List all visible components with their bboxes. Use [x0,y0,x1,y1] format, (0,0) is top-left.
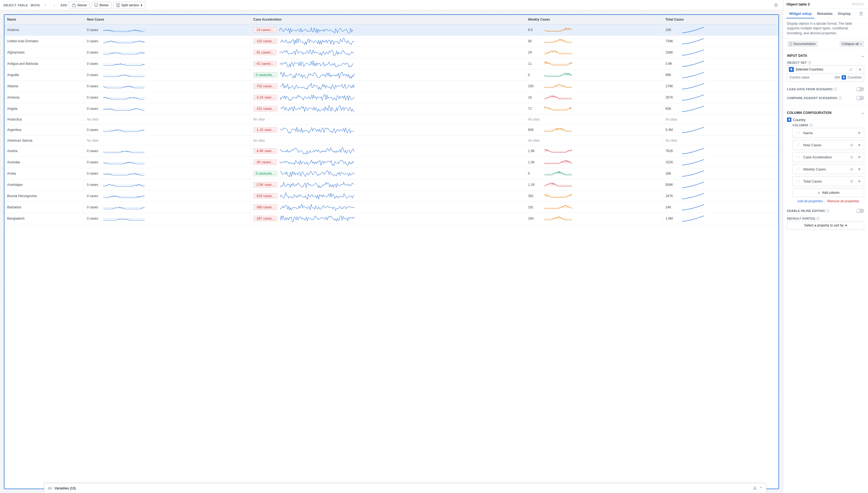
table-row[interactable]: Anguilla0 cases0 cases/da…0696 [4,69,779,81]
inline-editing-toggle[interactable] [856,209,864,213]
column-settings-button[interactable] [848,154,854,160]
sparkline-total [682,37,704,45]
table-row[interactable]: Andorra0 cases-24 cases/…6.515K [4,24,779,36]
sparkline-new-cases [103,48,144,56]
cell-total-cases: 739K [663,36,778,47]
acceleration-pill: -3.1K case… [253,95,277,100]
column-config-item[interactable]: ⋮⋮Case Acceleration✕ [792,152,864,162]
cell-new-cases: 0 cases [84,179,250,191]
help-icon[interactable]: ? [808,61,811,64]
table-row[interactable]: Bangladesh0 cases-267 cases…1841.6M [4,213,779,224]
remove-column-button[interactable]: ✕ [856,178,862,184]
sparkline-weekly [544,147,572,155]
remove-all-properties-link[interactable]: Remove all properties [827,199,859,203]
table-row[interactable]: Bosnia Herzegovina0 cases-819 cases…3822… [4,191,779,202]
acceleration-pill: -1.1K case… [253,127,277,133]
drag-handle-icon[interactable]: ⋮⋮ [794,155,802,159]
add-above-button[interactable]: Above [69,2,89,9]
move-up-button[interactable]: ↑ [42,2,49,9]
column-config-heading[interactable]: COLUMN CONFIGURATION ⌄ [787,109,864,116]
table-row[interactable]: Australia0 cases-3K cases/…1.3K152K [4,157,779,168]
cell-name: Antigua and Barbuda [4,58,84,69]
table-row[interactable]: American SamoaNo dataNo dataNo dataNo da… [4,135,779,146]
remove-column-button[interactable]: ✕ [856,154,862,160]
delete-widget-button[interactable] [772,2,780,9]
section-column-configuration: COLUMN CONFIGURATION ⌄ Country COLUMNS ?… [783,107,868,231]
help-icon[interactable]: ? [834,88,837,91]
table-row[interactable]: Angola0 cases-101 cases…7263K [4,103,779,114]
variables-panel[interactable]: (x) Variables (13) ⌃ [44,483,766,493]
cell-case-acceleration: -3.1K case… [250,92,525,103]
help-icon[interactable]: ? [817,217,820,220]
help-icon[interactable]: ? [826,209,829,212]
load-scenario-toggle[interactable] [856,87,864,91]
tab-widget-setup[interactable]: Widget setup [786,9,814,18]
table-row[interactable]: United Arab Emirates0 cases-102 cases…56… [4,36,779,47]
column-settings-button[interactable] [848,166,854,172]
drag-handle-icon[interactable]: ⋮⋮ [794,131,802,135]
cell-name: Barbados [4,202,84,213]
cell-name: Argentina [4,124,84,135]
compare-scenarios-toggle[interactable] [856,96,864,100]
tab-metadata[interactable]: Metadata [814,9,835,18]
sparkline-acceleration [280,170,354,177]
chevron-up-icon[interactable]: ⌃ [760,487,762,490]
sparkline-weekly [544,48,572,56]
canvas: Name New Cases Case Acceleration Weekly … [0,10,783,493]
table-row[interactable]: Barbados0 cases-380 cases…19114K [4,202,779,213]
th-case-acceleration[interactable]: Case Acceleration [250,15,525,24]
documentation-link[interactable]: Documentation [787,41,818,47]
column-settings-button[interactable] [848,142,854,148]
column-config-item[interactable]: ⋮⋮New Cases✕ [792,140,864,150]
object-set-input[interactable]: Selected Countries ✕ [787,65,864,73]
remove-column-button[interactable]: ✕ [856,166,862,172]
add-all-properties-link[interactable]: Add all properties [798,199,823,203]
table-row[interactable]: Armenia0 cases-3.1K case…1K287K [4,92,779,103]
column-config-item[interactable]: ⋮⋮Total Cases✕ [792,176,864,186]
branch-icon[interactable] [753,487,757,490]
drag-handle-icon[interactable]: ⋮⋮ [794,167,802,171]
move-down-button[interactable]: ↓ [50,2,58,9]
table-row[interactable]: Antigua and Barbuda0 cases-42 cases/…113… [4,58,779,69]
input-data-heading[interactable]: INPUT DATA ⌄ [787,52,864,59]
th-weekly-cases[interactable]: Weekly Cases [525,15,663,24]
collapse-all-button[interactable]: Collapse all ⤡ [840,41,864,47]
table-row[interactable]: Austria0 cases-4.9K case…1.9K782K [4,146,779,157]
table-row[interactable]: Aruba0 cases0 cases/da…016K [4,168,779,179]
widget-type-label: WIDGET [852,3,865,6]
cell-total-cases: No data [663,114,778,124]
object-table-widget[interactable]: Name New Cases Case Acceleration Weekly … [4,14,779,489]
column-settings-button[interactable] [848,178,854,184]
column-item-label: Weekly Cases [803,167,826,171]
table-row[interactable]: Afghanistan0 cases-91 cases/…29156K [4,47,779,58]
add-column-button[interactable]: ＋ Add column [792,188,864,197]
table-row[interactable]: Albania0 cases-702 cases…330179K [4,81,779,92]
clear-object-set-button[interactable]: ✕ [856,66,862,72]
column-config-item[interactable]: ⋮⋮Name✕ [792,128,864,138]
th-total-cases[interactable]: Total Cases [663,15,778,24]
table-row[interactable]: AntarcticaNo dataNo dataNo dataNo data [4,114,779,124]
table-row[interactable]: Argentina0 cases-1.1K case…6095.3M [4,124,779,135]
sparkline-new-cases [103,158,144,166]
th-name[interactable]: Name [4,15,84,24]
th-new-cases[interactable]: New Cases [84,15,250,24]
help-icon[interactable]: ? [839,97,842,100]
delete-widget-side-button[interactable] [857,10,865,17]
sparkline-new-cases [103,26,144,34]
cell-weekly-cases: 72 [525,103,663,114]
add-below-button[interactable]: Below [91,2,111,9]
help-icon[interactable]: ? [809,124,813,127]
column-config-item[interactable]: ⋮⋮Weekly Cases✕ [792,164,864,174]
default-sort-select[interactable]: Select a property to sort by ▾ [787,221,864,230]
sparkline-acceleration [280,126,354,134]
drag-handle-icon[interactable]: ⋮⋮ [794,179,802,183]
sparkline-new-cases [103,93,144,101]
remove-column-button[interactable]: ✕ [856,142,862,148]
drag-handle-icon[interactable]: ⋮⋮ [794,143,802,147]
edit-object-set-button[interactable] [848,66,854,72]
remove-column-button[interactable]: ✕ [856,130,862,136]
tab-display[interactable]: Display [835,9,853,18]
cell-new-cases: 0 cases [84,103,250,114]
split-section-button[interactable]: Split section ▾ [113,2,145,9]
table-row[interactable]: Azerbaijan0 cases-2.5K case…1.2K508K [4,179,779,191]
